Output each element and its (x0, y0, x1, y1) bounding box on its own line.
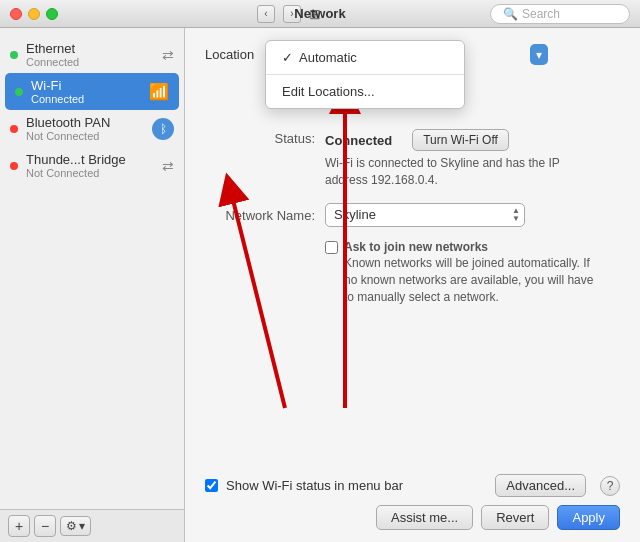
location-label: Location (205, 47, 254, 62)
wifi-info: Wi-Fi Connected (31, 78, 145, 105)
right-panel: Location ✓ Automatic Edit Locations... ▾… (185, 28, 640, 542)
add-network-button[interactable]: + (8, 515, 30, 537)
maximize-button[interactable] (46, 8, 58, 20)
network-name-input-container: ▲ ▼ (325, 203, 525, 227)
assist-me-button[interactable]: Assist me... (376, 505, 473, 530)
action-row: Assist me... Revert Apply (205, 505, 620, 530)
status-section: Status: Connected Turn Wi-Fi Off Wi-Fi i… (205, 129, 620, 189)
bluetooth-info: Bluetooth PAN Not Connected (26, 115, 148, 142)
back-button[interactable]: ‹ (257, 5, 275, 23)
sidebar-item-wifi[interactable]: Wi-Fi Connected 📶 (5, 73, 179, 110)
title-bar: ‹ › ⊞ Network 🔍 Search (0, 0, 640, 28)
close-button[interactable] (10, 8, 22, 20)
bluetooth-status-dot (10, 125, 18, 133)
sidebar-list: Ethernet Connected ⇄ Wi-Fi Connected 📶 B… (0, 28, 184, 509)
location-arrow-icon: ▾ (536, 48, 542, 62)
ethernet-sub: Connected (26, 56, 158, 68)
ask-join-subtext: Known networks will be joined automatica… (344, 256, 593, 304)
sidebar-item-ethernet[interactable]: Ethernet Connected ⇄ (0, 36, 184, 73)
location-select-arrow[interactable]: ▾ (530, 44, 548, 65)
apply-button[interactable]: Apply (557, 505, 620, 530)
revert-button[interactable]: Revert (481, 505, 549, 530)
status-info: Connected Turn Wi-Fi Off Wi-Fi is connec… (325, 129, 585, 189)
ethernet-name: Ethernet (26, 41, 158, 56)
wifi-icon: 📶 (149, 82, 169, 101)
network-stepper[interactable]: ▲ ▼ (512, 207, 520, 223)
ethernet-info: Ethernet Connected (26, 41, 158, 68)
turn-off-wifi-button[interactable]: Turn Wi-Fi Off (412, 129, 509, 151)
advanced-button[interactable]: Advanced... (495, 474, 586, 497)
wifi-status-dot (15, 88, 23, 96)
location-automatic-option[interactable]: ✓ Automatic (266, 45, 464, 70)
edit-locations-option[interactable]: Edit Locations... (266, 79, 464, 104)
status-label: Status: (205, 129, 315, 146)
automatic-label: Automatic (299, 50, 357, 65)
ask-join-label: Ask to join new networks (344, 240, 488, 254)
thunderbolt-info: Thunde...t Bridge Not Connected (26, 152, 158, 179)
main-content: Ethernet Connected ⇄ Wi-Fi Connected 📶 B… (0, 28, 640, 542)
bluetooth-name: Bluetooth PAN (26, 115, 148, 130)
location-dropdown-popup: ✓ Automatic Edit Locations... (265, 40, 465, 109)
ethernet-icon: ⇄ (162, 47, 174, 63)
network-name-input[interactable] (334, 207, 508, 222)
edit-locations-label: Edit Locations... (282, 84, 375, 99)
dropdown-divider (266, 74, 464, 75)
remove-network-button[interactable]: − (34, 515, 56, 537)
ask-join-row: Ask to join new networks Known networks … (325, 239, 620, 306)
status-description: Wi-Fi is connected to Skyline and has th… (325, 155, 585, 189)
settings-button[interactable]: ⚙ ▾ (60, 516, 91, 536)
status-value: Connected (325, 133, 392, 148)
sidebar-toolbar: + − ⚙ ▾ (0, 509, 184, 542)
thunderbolt-sub: Not Connected (26, 167, 158, 179)
bluetooth-sub: Not Connected (26, 130, 148, 142)
network-name-label: Network Name: (205, 206, 315, 223)
thunderbolt-name: Thunde...t Bridge (26, 152, 158, 167)
window-title: Network (294, 6, 345, 21)
wifi-sub: Connected (31, 93, 145, 105)
checkmark-icon: ✓ (282, 50, 293, 65)
ethernet-status-dot (10, 51, 18, 59)
search-bar[interactable]: 🔍 Search (490, 4, 630, 24)
thunderbolt-icon: ⇄ (162, 158, 174, 174)
show-wifi-row: Show Wi-Fi status in menu bar Advanced..… (205, 474, 620, 497)
search-icon: 🔍 (503, 7, 518, 21)
gear-icon: ⚙ (66, 519, 77, 533)
search-placeholder: Search (522, 7, 560, 21)
chevron-down-icon: ▾ (79, 519, 85, 533)
bluetooth-icon: ᛒ (152, 118, 174, 140)
stepper-down-icon[interactable]: ▼ (512, 215, 520, 223)
sidebar-item-bluetooth[interactable]: Bluetooth PAN Not Connected ᛒ (0, 110, 184, 147)
network-name-row: Network Name: ▲ ▼ (205, 203, 620, 227)
ask-join-description: Ask to join new networks Known networks … (344, 239, 604, 306)
location-row: Location ✓ Automatic Edit Locations... ▾ (205, 44, 620, 65)
ask-join-checkbox[interactable] (325, 241, 338, 254)
sidebar: Ethernet Connected ⇄ Wi-Fi Connected 📶 B… (0, 28, 185, 542)
show-wifi-checkbox[interactable] (205, 479, 218, 492)
sidebar-item-thunderbolt[interactable]: Thunde...t Bridge Not Connected ⇄ (0, 147, 184, 184)
minimize-button[interactable] (28, 8, 40, 20)
help-button[interactable]: ? (600, 476, 620, 496)
show-wifi-label: Show Wi-Fi status in menu bar (226, 478, 403, 493)
traffic-lights (10, 8, 58, 20)
bottom-section: Show Wi-Fi status in menu bar Advanced..… (205, 474, 620, 530)
wifi-name: Wi-Fi (31, 78, 145, 93)
thunderbolt-status-dot (10, 162, 18, 170)
